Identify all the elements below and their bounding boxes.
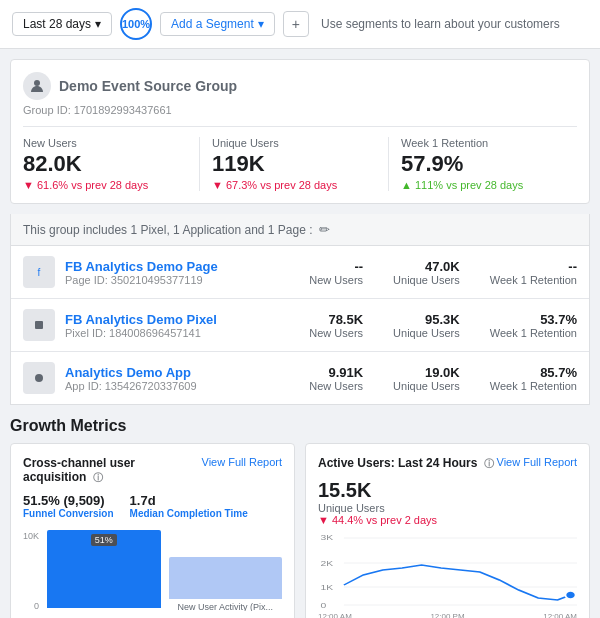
source-group-card: Demo Event Source Group Group ID: 170189… <box>10 59 590 204</box>
source-name[interactable]: FB Analytics Demo Pixel <box>65 312 299 327</box>
source-name[interactable]: FB Analytics Demo Page <box>65 259 299 274</box>
svg-point-0 <box>34 80 40 86</box>
svg-point-15 <box>565 591 575 599</box>
chevron-down-icon: ▾ <box>258 17 264 31</box>
svg-text:f: f <box>38 267 41 278</box>
source-item: Analytics Demo App App ID: 1354267203376… <box>11 352 589 404</box>
source-id: App ID: 135426720337609 <box>65 380 299 392</box>
top-bar: Last 28 days ▾ 100% Add a Segment ▾ + Us… <box>0 0 600 49</box>
chevron-down-icon: ▾ <box>95 17 101 31</box>
source-items-list: f FB Analytics Demo Page Page ID: 350210… <box>10 246 590 405</box>
svg-text:2K: 2K <box>321 559 335 568</box>
source-info: Analytics Demo App App ID: 1354267203376… <box>65 365 299 392</box>
source-item: f FB Analytics Demo Page Page ID: 350210… <box>11 246 589 299</box>
group-info-bar: This group includes 1 Pixel, 1 Applicati… <box>10 214 590 246</box>
active-users-header: Active Users: Last 24 Hours ⓘ View Full … <box>318 456 577 471</box>
plus-button[interactable]: + <box>283 11 309 37</box>
retention-stat: Week 1 Retention 57.9% ▲ 111% vs prev 28… <box>389 137 577 191</box>
source-group-title: Demo Event Source Group <box>59 78 237 94</box>
bar-chart: (100.0%) 51% User Activity (Applica... (… <box>47 531 282 611</box>
source-group-header: Demo Event Source Group <box>23 72 577 100</box>
svg-text:0: 0 <box>321 601 327 610</box>
line-chart: 3K 2K 1K 0 <box>318 530 577 610</box>
percent-circle[interactable]: 100% <box>120 8 152 40</box>
y-axis-labels: 10K 0 <box>23 531 39 611</box>
growth-metrics-title: Growth Metrics <box>0 405 600 443</box>
source-id: Pixel ID: 184008696457141 <box>65 327 299 339</box>
svg-text:1K: 1K <box>321 583 335 592</box>
source-thumb <box>23 362 55 394</box>
source-stats: 78.5K New Users 95.3K Unique Users 53.7%… <box>309 312 577 339</box>
date-filter-label: Last 28 days <box>23 17 91 31</box>
svg-rect-4 <box>35 321 43 329</box>
cross-channel-view-full[interactable]: View Full Report <box>202 456 283 468</box>
add-segment-button[interactable]: Add a Segment ▾ <box>160 12 275 36</box>
source-group-stats: New Users 82.0K ▼ 61.6% vs prev 28 days … <box>23 126 577 191</box>
metrics-grid: Cross-channel user acquisition ⓘ View Fu… <box>10 443 590 618</box>
info-icon: ⓘ <box>93 472 103 483</box>
unique-users-stat: Unique Users 119K ▼ 67.3% vs prev 28 day… <box>200 137 389 191</box>
active-users-view-full[interactable]: View Full Report <box>497 456 578 468</box>
info-icon: ⓘ <box>484 458 494 469</box>
date-filter-pill[interactable]: Last 28 days ▾ <box>12 12 112 36</box>
funnel-row: 51.5% (9,509) Funnel Conversion 1.7d Med… <box>23 493 282 519</box>
source-group-icon <box>23 72 51 100</box>
svg-text:3K: 3K <box>321 533 335 542</box>
bar-item-1: (100.0%) 51% User Activity (Applica... <box>47 531 161 611</box>
cross-channel-card: Cross-channel user acquisition ⓘ View Fu… <box>10 443 295 618</box>
active-users-card: Active Users: Last 24 Hours ⓘ View Full … <box>305 443 590 618</box>
group-id: Group ID: 1701892993437661 <box>23 104 577 116</box>
source-stats: 9.91K New Users 19.0K Unique Users 85.7%… <box>309 365 577 392</box>
source-thumb <box>23 309 55 341</box>
source-stats: -- New Users 47.0K Unique Users -- Week … <box>309 259 577 286</box>
cross-channel-header: Cross-channel user acquisition ⓘ View Fu… <box>23 456 282 485</box>
source-info: FB Analytics Demo Pixel Pixel ID: 184008… <box>65 312 299 339</box>
bar-item-2: (51.46%) New User Activity (Pix... <box>169 531 283 611</box>
source-item: FB Analytics Demo Pixel Pixel ID: 184008… <box>11 299 589 352</box>
source-info: FB Analytics Demo Page Page ID: 35021049… <box>65 259 299 286</box>
source-thumb: f <box>23 256 55 288</box>
source-name[interactable]: Analytics Demo App <box>65 365 299 380</box>
svg-point-6 <box>35 374 43 382</box>
source-id: Page ID: 350210495377119 <box>65 274 299 286</box>
hint-text: Use segments to learn about your custome… <box>321 17 560 31</box>
edit-icon[interactable]: ✏ <box>319 222 330 237</box>
x-axis-labels: 12:00 AM 12:00 PM 12:00 AM <box>318 612 577 618</box>
new-users-stat: New Users 82.0K ▼ 61.6% vs prev 28 days <box>23 137 200 191</box>
